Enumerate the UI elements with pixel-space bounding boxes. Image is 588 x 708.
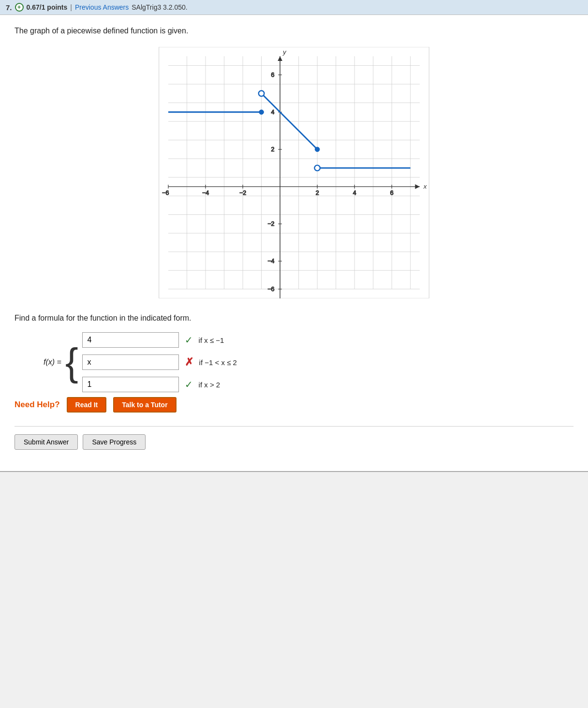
read-it-button[interactable]: Read It [67, 397, 107, 413]
points-badge-icon: + [15, 3, 24, 12]
previous-answers-link[interactable]: Previous Answers [75, 3, 129, 11]
cases-container: ✓ if x ≤ −1 ✗ if −1 < x ≤ 2 ✓ if x > 2 [82, 332, 237, 392]
svg-text:4: 4 [271, 109, 275, 116]
problem-description: The graph of a piecewise defined functio… [15, 27, 573, 35]
page-wrapper: 7. + 0.67/1 points | Previous Answers SA… [0, 0, 588, 472]
case-3-check-icon: ✓ [185, 379, 193, 390]
svg-point-61 [315, 147, 320, 152]
svg-text:y: y [282, 48, 287, 56]
svg-text:−2: −2 [267, 221, 274, 227]
case-row-2: ✗ if −1 < x ≤ 2 [82, 354, 237, 370]
submit-area: Submit Answer Save Progress [15, 426, 573, 450]
header-bar: 7. + 0.67/1 points | Previous Answers SA… [0, 0, 588, 15]
find-formula-text: Find a formula for the function in the i… [15, 314, 573, 323]
case-1-input[interactable] [82, 332, 179, 348]
case-row-3: ✓ if x > 2 [82, 377, 237, 392]
case-1-check-icon: ✓ [185, 334, 193, 346]
svg-point-60 [259, 91, 265, 97]
talk-to-tutor-button[interactable]: Talk to a Tutor [113, 397, 176, 413]
svg-text:6: 6 [390, 190, 394, 196]
graph-svg: x y −6 −4 −2 2 [159, 47, 429, 298]
svg-text:−4: −4 [267, 258, 274, 265]
submit-answer-button[interactable]: Submit Answer [15, 434, 78, 450]
svg-text:2: 2 [271, 146, 275, 153]
svg-text:−2: −2 [239, 190, 246, 196]
svg-text:−6: −6 [267, 286, 274, 293]
separator: | [70, 3, 72, 11]
svg-point-63 [314, 165, 320, 171]
problem-id: SAlgTrig3 3.2.050. [132, 3, 187, 11]
content-area: The graph of a piecewise defined functio… [0, 15, 588, 461]
svg-point-58 [259, 110, 264, 115]
case-row-1: ✓ if x ≤ −1 [82, 332, 237, 348]
brace: { [65, 343, 78, 382]
bottom-divider [0, 471, 588, 472]
case-2-check-icon: ✗ [185, 356, 193, 369]
fx-label: f(x) = [44, 358, 61, 367]
save-progress-button[interactable]: Save Progress [83, 434, 146, 450]
case-2-input[interactable] [82, 354, 179, 370]
points-text: 0.67/1 points [27, 3, 68, 11]
case-3-condition: if x > 2 [199, 381, 220, 389]
svg-text:x: x [423, 183, 427, 190]
case-2-condition: if −1 < x ≤ 2 [199, 358, 237, 367]
svg-rect-0 [159, 47, 429, 298]
need-help-section: Need Help? Read It Talk to a Tutor [15, 397, 573, 413]
question-number: 7. [6, 3, 12, 12]
svg-text:6: 6 [271, 72, 275, 78]
svg-text:−6: −6 [162, 190, 169, 196]
piecewise-container: f(x) = { ✓ if x ≤ −1 ✗ if −1 < x ≤ 2 [44, 332, 573, 392]
svg-text:2: 2 [316, 190, 319, 196]
svg-text:4: 4 [353, 190, 356, 196]
svg-text:−4: −4 [202, 190, 209, 196]
graph-container: x y −6 −4 −2 2 [15, 47, 573, 298]
need-help-label: Need Help? [15, 400, 60, 410]
case-1-condition: if x ≤ −1 [199, 336, 224, 344]
case-3-input[interactable] [82, 377, 179, 392]
